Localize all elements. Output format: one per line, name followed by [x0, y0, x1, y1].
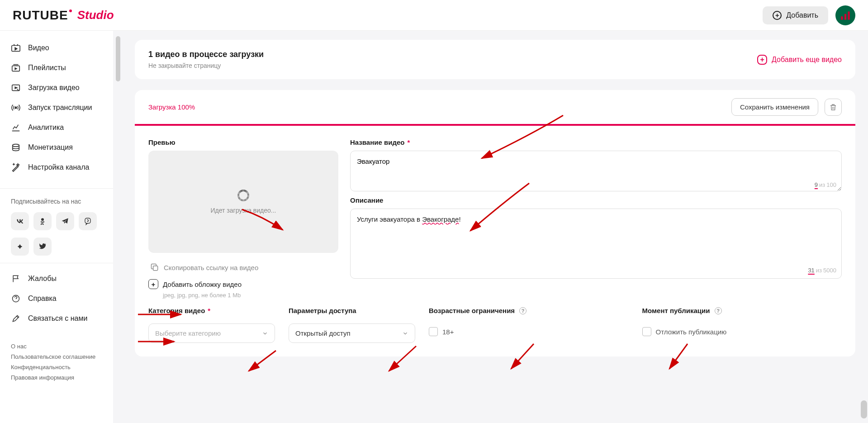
flag-icon: [11, 274, 21, 284]
playlist-icon: [11, 63, 21, 73]
pencil-icon: [11, 314, 21, 323]
footer-terms[interactable]: Пользовательское соглашение: [11, 352, 102, 362]
copy-link-label: Скопировать ссылку на видео: [164, 264, 258, 271]
sidebar-label: Плейлисты: [28, 64, 66, 72]
desc-label: Описание: [350, 196, 842, 204]
upload-icon: [11, 83, 21, 93]
desc-counter: 31из5000: [350, 267, 836, 274]
vk-icon[interactable]: [11, 212, 29, 230]
svg-rect-11: [153, 266, 158, 271]
social-row-2: [0, 236, 113, 257]
sidebar-item-upload[interactable]: Загрузка видео: [0, 78, 113, 98]
form-column: Название видео* 9из100 Описание Услуги э…: [350, 138, 842, 299]
divider: [0, 263, 113, 263]
sidebar-label: Запуск трансляции: [28, 104, 92, 112]
logo[interactable]: RUTUBE Studio: [13, 8, 114, 23]
help-icon[interactable]: ?: [519, 307, 526, 314]
svg-rect-1: [844, 14, 846, 19]
title-counter: 9из100: [350, 181, 836, 188]
sidebar-label: Загрузка видео: [28, 84, 80, 92]
video-icon: [11, 43, 21, 53]
header-actions: + Добавить: [763, 5, 855, 25]
svg-point-8: [41, 218, 44, 221]
app-header: RUTUBE Studio + Добавить: [0, 0, 868, 31]
sidebar-item-contact[interactable]: Связаться с нами: [0, 309, 113, 328]
sidebar-item-monetization[interactable]: Монетизация: [0, 138, 113, 157]
sidebar-item-channel-settings[interactable]: Настройка канала: [0, 157, 113, 177]
subscribe-label: Подписывайтесь на нас: [0, 194, 113, 210]
sidebar-scrollbar[interactable]: [116, 36, 120, 81]
preview-box: Идет загрузка видео...: [148, 151, 338, 253]
footer-about[interactable]: О нас: [11, 341, 102, 352]
ok-icon[interactable]: [33, 212, 52, 230]
sidebar-item-playlists[interactable]: Плейлисты: [0, 58, 113, 78]
save-button[interactable]: Сохранить изменения: [731, 98, 818, 116]
twitter-icon[interactable]: [33, 238, 52, 256]
sidebar-label: Монетизация: [28, 143, 73, 152]
access-select[interactable]: Открытый доступ: [289, 323, 415, 343]
logo-sub: Studio: [77, 8, 114, 22]
sidebar-label: Настройка канала: [28, 163, 89, 171]
checkbox-icon[interactable]: [429, 327, 438, 336]
add-button-label: Добавить: [786, 11, 818, 19]
editor-card: Загрузка 100% Сохранить изменения Превью…: [135, 90, 855, 356]
age-label: Возрастные ограничения ?: [429, 307, 629, 314]
category-label: Категория видео*: [148, 307, 275, 314]
plus-box-icon: +: [148, 279, 158, 289]
delete-button[interactable]: [825, 99, 842, 116]
upload-status: Загрузка 100%: [148, 103, 195, 111]
copy-icon: [150, 263, 159, 272]
viber-icon[interactable]: [79, 212, 97, 230]
sidebar-item-videos[interactable]: Видео: [0, 38, 113, 58]
publish-label: Момент публикации ?: [642, 307, 842, 314]
required-mark: *: [208, 307, 210, 314]
access-group: Параметры доступа Открытый доступ: [289, 307, 415, 343]
age-group: Возрастные ограничения ? 18+: [429, 307, 629, 343]
broadcast-icon: [11, 103, 21, 113]
footer-legal[interactable]: Правовая информация: [11, 372, 102, 383]
divider: [0, 188, 113, 189]
svg-rect-2: [848, 11, 849, 19]
add-button[interactable]: + Добавить: [763, 6, 828, 24]
add-more-label: Добавить еще видео: [772, 56, 842, 64]
page-scrollbar[interactable]: [861, 400, 867, 418]
avatar[interactable]: [835, 5, 855, 25]
sidebar-label: Аналитика: [28, 124, 64, 132]
sidebar-item-stream[interactable]: Запуск трансляции: [0, 98, 113, 118]
add-more-video-button[interactable]: + Добавить еще видео: [757, 55, 842, 65]
sidebar-item-analytics[interactable]: Аналитика: [0, 118, 113, 138]
zen-icon[interactable]: [11, 238, 29, 256]
checkbox-icon[interactable]: [642, 327, 651, 336]
age-checkbox-row[interactable]: 18+: [429, 323, 629, 336]
svg-rect-0: [841, 16, 843, 20]
required-mark: *: [407, 138, 410, 146]
copy-link-button[interactable]: Скопировать ссылку на видео: [148, 258, 338, 279]
sidebar-item-help[interactable]: Справка: [0, 289, 113, 309]
sidebar-nav: Видео Плейлисты Загрузка видео Запуск тр…: [0, 38, 113, 183]
plus-icon: +: [757, 55, 767, 65]
upload-banner: 1 видео в процессе загрузки Не закрывайт…: [135, 40, 855, 79]
title-label: Название видео*: [350, 138, 842, 146]
footer-privacy[interactable]: Конфиденциальность: [11, 362, 102, 372]
preview-label: Превью: [148, 138, 338, 146]
preview-loading-text: Идет загрузка видео...: [211, 207, 276, 214]
add-cover-button[interactable]: + Добавить обложку видео: [148, 279, 338, 289]
sidebar-support: Жалобы Справка Связаться с нами: [0, 269, 113, 334]
preview-column: Превью Идет загрузка видео... Скопироват…: [148, 138, 338, 299]
svg-point-7: [13, 144, 19, 147]
sidebar-label: Связаться с нами: [28, 314, 87, 323]
cover-hint: jpeg, jpg, png, не более 1 Mb: [163, 292, 338, 299]
category-select[interactable]: Выберите категорию: [148, 323, 275, 343]
access-label: Параметры доступа: [289, 307, 415, 314]
publish-checkbox-row[interactable]: Отложить публикацию: [642, 323, 842, 336]
sidebar-item-complaints[interactable]: Жалобы: [0, 269, 113, 289]
footer-links: О нас Пользовательское соглашение Конфид…: [0, 334, 113, 390]
telegram-icon[interactable]: [56, 212, 74, 230]
svg-point-6: [15, 107, 17, 109]
help-icon[interactable]: ?: [715, 307, 722, 314]
logo-main: RUTUBE: [13, 8, 68, 23]
main-content: 1 видео в процессе загрузки Не закрывайт…: [122, 31, 868, 423]
analytics-icon: [11, 123, 21, 133]
editor-header: Загрузка 100% Сохранить изменения: [135, 90, 855, 124]
sidebar: Видео Плейлисты Загрузка видео Запуск тр…: [0, 31, 113, 423]
